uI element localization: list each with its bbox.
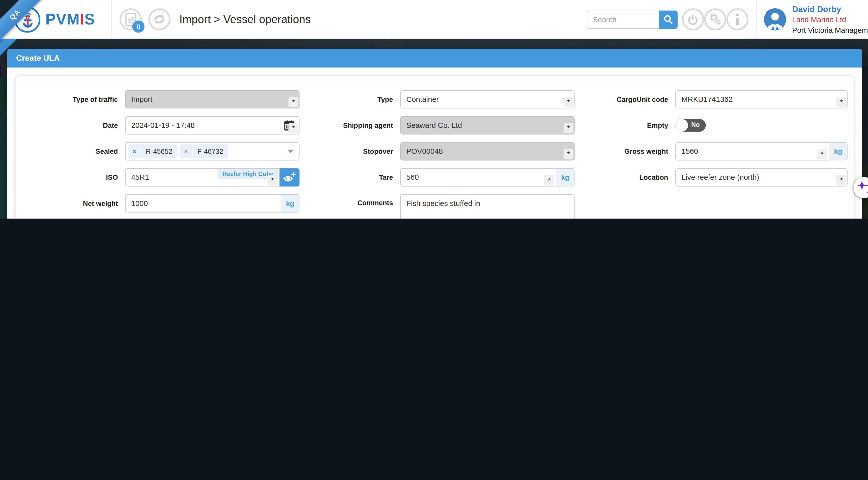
settings-icon-button[interactable]: [704, 8, 726, 31]
user-info[interactable]: David Dorby Land Marine Ltd Port Victori…: [792, 3, 868, 35]
empty-toggle[interactable]: No: [675, 119, 706, 132]
sealed-label: Sealed: [30, 148, 118, 155]
tare-input[interactable]: [400, 168, 556, 186]
iso-input[interactable]: [125, 168, 279, 186]
shipping-agent-select: Seaward Co. Ltd: [400, 116, 575, 134]
search-icon: [663, 14, 673, 25]
user-avatar[interactable]: [764, 8, 786, 31]
ai-assistant-fab[interactable]: [854, 177, 868, 198]
user-organization: Port Victoria Managem: [792, 25, 868, 35]
net-weight-label: Net weight: [30, 199, 118, 207]
form-card: Type of traffic Import * Date: [16, 76, 854, 219]
gears-icon: [709, 12, 722, 26]
create-ula-panel: Create ULA Type of traffic Import * D: [7, 49, 862, 219]
panel-title: Create ULA: [16, 54, 60, 63]
chip-remove-button[interactable]: ×: [180, 148, 192, 155]
panel-title-bar: Create ULA: [7, 49, 862, 68]
gross-weight-input[interactable]: [675, 142, 829, 160]
date-label: Date: [30, 122, 118, 129]
sealed-chip: ×R-45652: [128, 145, 177, 158]
sync-icon-button[interactable]: [148, 8, 170, 31]
location-label: Location: [572, 173, 668, 181]
iso-view-add-button[interactable]: [280, 168, 300, 186]
type-of-traffic-label: Type of traffic: [30, 96, 118, 103]
application-window: PVMIS 0: [0, 0, 868, 219]
date-input[interactable]: [125, 116, 299, 134]
chip-remove-button[interactable]: ×: [128, 148, 141, 155]
brand-logo-text: PVMIS: [45, 10, 95, 28]
toggle-knob: [675, 119, 688, 132]
app-header: PVMIS 0: [0, 0, 868, 39]
search-button[interactable]: [659, 10, 678, 29]
info-icon-button[interactable]: [726, 8, 748, 31]
type-select[interactable]: Container: [400, 90, 575, 108]
eye-plus-icon: [283, 171, 296, 183]
user-name: David Dorby: [792, 3, 868, 14]
unit-suffix: kg: [281, 194, 299, 213]
comments-label: Comments: [303, 199, 393, 207]
type-of-traffic-select: Import: [125, 90, 299, 108]
iso-label: ISO: [30, 173, 118, 181]
tare-label: Tare: [303, 173, 393, 181]
power-icon: [687, 13, 699, 25]
location-select[interactable]: Live reefer zone (north): [675, 168, 847, 186]
sparkles-icon: [856, 179, 868, 196]
stopover-input: POV00048: [400, 142, 575, 160]
document-count-badge: 0: [132, 21, 145, 33]
comments-textarea[interactable]: Fish species stuffed in: [400, 194, 575, 219]
empty-label: Empty: [572, 122, 668, 129]
cargounit-code-label: CargoUnit code: [572, 96, 668, 103]
stopover-label: Stopover: [303, 148, 393, 155]
user-company: Land Marine Ltd: [792, 14, 868, 25]
breadcrumb: Import > Vessel operations: [179, 13, 311, 26]
type-label: Type: [303, 96, 393, 103]
sealed-chip: ×F-46732: [180, 145, 228, 158]
search-input[interactable]: [587, 10, 659, 29]
gross-weight-label: Gross weight: [572, 148, 668, 155]
person-icon: [764, 8, 786, 31]
unit-suffix: kg: [829, 142, 847, 160]
net-weight-input[interactable]: [125, 194, 281, 213]
shipping-agent-label: Shipping agent: [303, 122, 393, 129]
search-bar: [587, 10, 678, 29]
documents-icon-button[interactable]: 0: [120, 8, 142, 31]
info-icon: [735, 13, 740, 26]
logout-icon-button[interactable]: [682, 8, 704, 31]
toggle-state-label: No: [691, 121, 700, 128]
cargounit-code-input[interactable]: [675, 90, 847, 108]
sync-icon: [153, 12, 166, 26]
